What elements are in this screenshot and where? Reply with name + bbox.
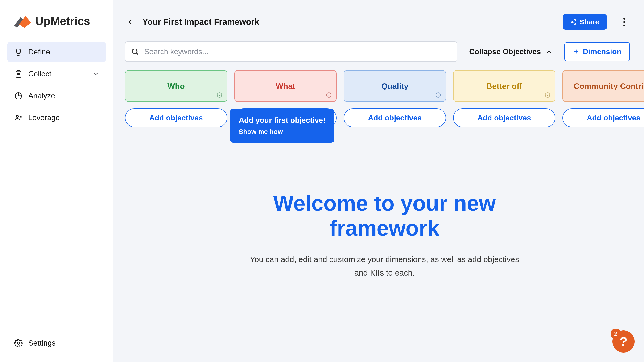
svg-point-2	[16, 115, 18, 117]
dimension-card-better-off[interactable]: Better off	[453, 70, 555, 102]
svg-point-3	[18, 342, 20, 344]
info-icon[interactable]	[544, 92, 551, 98]
back-button[interactable]	[125, 17, 135, 27]
person-card-icon	[14, 114, 23, 122]
info-icon[interactable]	[435, 92, 441, 98]
dimension-card-community[interactable]: Community Contribu	[562, 70, 644, 102]
header-row: Your First Impact Framework Share	[125, 14, 644, 30]
dimension-column-who: Who Add objectives	[125, 70, 227, 127]
collapse-label: Collapse Objectives	[469, 47, 541, 56]
collapse-objectives-button[interactable]: Collapse Objectives	[469, 47, 552, 56]
sidebar: UpMetrics Define Collect Analyze Leverag…	[0, 0, 113, 362]
dimension-column-quality: Quality Add objectives	[344, 70, 446, 127]
chevron-up-icon	[546, 48, 552, 55]
welcome-title: Welcome to your new framework	[243, 191, 526, 241]
onboarding-tooltip[interactable]: Add your first objective! Show me how	[230, 109, 334, 142]
logo-icon	[14, 14, 31, 28]
tooltip-title: Add your first objective!	[239, 116, 326, 125]
dot-icon	[624, 21, 625, 23]
share-button[interactable]: Share	[563, 14, 607, 30]
main-content: Your First Impact Framework Share Collap…	[113, 0, 644, 362]
dimension-label: Better off	[486, 82, 522, 91]
search-icon	[131, 48, 139, 56]
dimension-label: Quality	[381, 82, 408, 91]
lightbulb-icon	[14, 48, 23, 56]
sidebar-item-leverage[interactable]: Leverage	[7, 108, 106, 128]
sidebar-item-label: Define	[28, 48, 50, 56]
dimension-column-better-off: Better off Add objectives	[453, 70, 555, 127]
svg-point-6	[574, 23, 576, 24]
page-title: Your First Impact Framework	[142, 17, 259, 27]
question-mark-icon: ?	[620, 334, 628, 349]
dimension-column-community: Community Contribu Add objectives	[562, 70, 644, 127]
dot-icon	[624, 18, 625, 20]
sidebar-item-settings[interactable]: Settings	[7, 333, 106, 353]
add-objectives-button[interactable]: Add objectives	[125, 108, 227, 127]
svg-rect-0	[16, 71, 21, 77]
dimension-label: Who	[167, 82, 185, 91]
add-objectives-button[interactable]: Add objectives	[453, 108, 555, 127]
dimension-card-what[interactable]: What	[234, 70, 336, 102]
svg-point-7	[132, 49, 137, 54]
welcome-subtitle: You can add, edit and customize your dim…	[243, 253, 526, 280]
sidebar-item-collect[interactable]: Collect	[7, 64, 106, 84]
dimension-label: Dimension	[583, 47, 621, 56]
more-menu-button[interactable]	[618, 18, 630, 26]
dimension-label: Community Contribu	[574, 82, 644, 91]
brand-logo[interactable]: UpMetrics	[7, 14, 106, 42]
info-icon[interactable]	[326, 92, 332, 98]
sidebar-item-label: Settings	[28, 339, 56, 348]
gear-icon	[14, 339, 23, 348]
add-dimension-button[interactable]: Dimension	[564, 42, 630, 61]
controls-row: Collapse Objectives Dimension	[125, 42, 644, 62]
dimensions-row: Who Add objectives What Add objectives Q…	[125, 70, 644, 127]
chevron-down-icon	[92, 71, 99, 77]
sidebar-item-label: Collect	[28, 70, 52, 78]
dimension-card-who[interactable]: Who	[125, 70, 227, 102]
help-badge: 2	[610, 328, 621, 339]
sidebar-item-label: Leverage	[28, 113, 60, 122]
add-objectives-button[interactable]: Add objectives	[562, 108, 644, 127]
search-wrapper	[125, 42, 457, 62]
welcome-panel: Welcome to your new framework You can ad…	[243, 191, 526, 280]
tooltip-subtitle: Show me how	[239, 128, 326, 136]
svg-point-4	[574, 19, 576, 21]
chevron-left-icon	[126, 18, 134, 26]
add-objectives-button[interactable]: Add objectives	[344, 108, 446, 127]
dimension-label: What	[276, 82, 295, 91]
search-input[interactable]	[125, 42, 457, 62]
sidebar-item-label: Analyze	[28, 92, 55, 100]
help-fab[interactable]: 2 ?	[612, 330, 634, 352]
pie-chart-icon	[14, 92, 23, 100]
share-icon	[570, 19, 576, 25]
clipboard-icon	[14, 70, 23, 78]
brand-name: UpMetrics	[35, 14, 90, 28]
info-icon[interactable]	[216, 92, 222, 98]
svg-point-5	[571, 21, 572, 23]
dot-icon	[624, 24, 625, 26]
share-label: Share	[580, 18, 599, 26]
sidebar-item-analyze[interactable]: Analyze	[7, 86, 106, 106]
sidebar-item-define[interactable]: Define	[7, 42, 106, 62]
dimension-card-quality[interactable]: Quality	[344, 70, 446, 102]
plus-icon	[573, 48, 580, 55]
